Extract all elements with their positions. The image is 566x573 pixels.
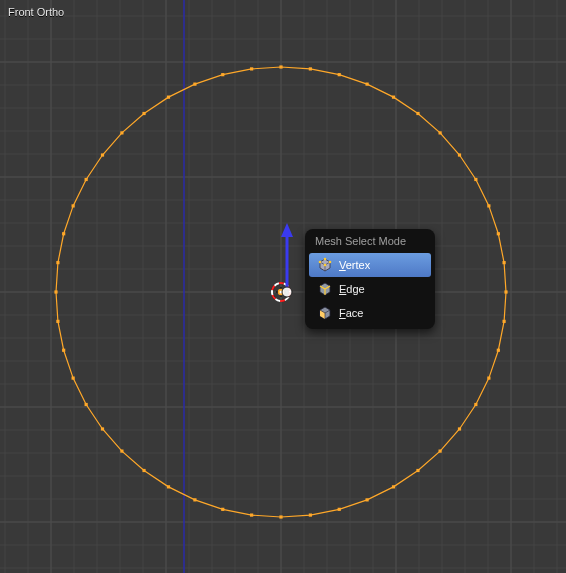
vertex[interactable]	[72, 377, 75, 380]
vertex[interactable]	[56, 261, 59, 264]
vertex[interactable]	[487, 377, 490, 380]
vertex[interactable]	[250, 67, 253, 70]
select-mode-face[interactable]: Face	[309, 301, 431, 325]
vertex[interactable]	[416, 112, 419, 115]
vertex[interactable]	[366, 498, 369, 501]
select-mode-label: Vertex	[339, 259, 370, 271]
vertex[interactable]	[338, 73, 341, 76]
gizmo-arrowhead-icon[interactable]	[281, 223, 293, 237]
vertex[interactable]	[309, 67, 312, 70]
svg-point-72	[319, 261, 322, 264]
vertex[interactable]	[142, 112, 145, 115]
vertex[interactable]	[221, 73, 224, 76]
vertex[interactable]	[474, 403, 477, 406]
face-icon	[317, 305, 333, 321]
popup-title: Mesh Select Mode	[305, 229, 435, 253]
vertex[interactable]	[62, 232, 65, 235]
svg-point-71	[324, 258, 327, 261]
select-mode-label: Face	[339, 307, 363, 319]
vertex[interactable]	[72, 204, 75, 207]
vertex[interactable]	[502, 261, 505, 264]
svg-point-73	[329, 261, 332, 264]
svg-point-74	[324, 264, 327, 267]
vertex[interactable]	[502, 320, 505, 323]
vertex[interactable]	[62, 349, 65, 352]
vertex[interactable]	[487, 204, 490, 207]
gizmo-origin[interactable]	[282, 287, 292, 297]
viewport-canvas	[0, 0, 566, 573]
vertex[interactable]	[279, 515, 282, 518]
vertex[interactable]	[338, 508, 341, 511]
vertex[interactable]	[309, 513, 312, 516]
vertex[interactable]	[193, 498, 196, 501]
vertex[interactable]	[458, 427, 461, 430]
vertex[interactable]	[120, 450, 123, 453]
vertex[interactable]	[279, 65, 282, 68]
vertex[interactable]	[101, 427, 104, 430]
vertex[interactable]	[439, 131, 442, 134]
vertex[interactable]	[250, 513, 253, 516]
vertex[interactable]	[366, 83, 369, 86]
vertex[interactable]	[458, 153, 461, 156]
transform-gizmo[interactable]	[281, 223, 293, 297]
vertex[interactable]	[85, 403, 88, 406]
vertex[interactable]	[85, 178, 88, 181]
vertex[interactable]	[504, 290, 507, 293]
vertex[interactable]	[193, 83, 196, 86]
vertex[interactable]	[56, 320, 59, 323]
view-orientation-label: Front Ortho	[8, 6, 64, 18]
vertex[interactable]	[497, 349, 500, 352]
grid	[0, 0, 566, 573]
vertex[interactable]	[474, 178, 477, 181]
vertex[interactable]	[120, 131, 123, 134]
vertex[interactable]	[142, 469, 145, 472]
select-mode-edge[interactable]: Edge	[309, 277, 431, 301]
vertex[interactable]	[392, 96, 395, 99]
vertex[interactable]	[221, 508, 224, 511]
vertex[interactable]	[497, 232, 500, 235]
vertex[interactable]	[392, 485, 395, 488]
select-mode-label: Edge	[339, 283, 365, 295]
vertex-icon	[317, 257, 333, 273]
vertex[interactable]	[416, 469, 419, 472]
viewport-3d[interactable]: Front Ortho Mesh Select Mode VertexEdgeF…	[0, 0, 566, 573]
vertex[interactable]	[167, 485, 170, 488]
mesh-select-mode-popup: Mesh Select Mode VertexEdgeFace	[305, 229, 435, 329]
select-mode-vertex[interactable]: Vertex	[309, 253, 431, 277]
edge-icon	[317, 281, 333, 297]
vertex[interactable]	[439, 450, 442, 453]
vertex[interactable]	[167, 96, 170, 99]
vertex[interactable]	[101, 153, 104, 156]
vertex[interactable]	[54, 290, 57, 293]
